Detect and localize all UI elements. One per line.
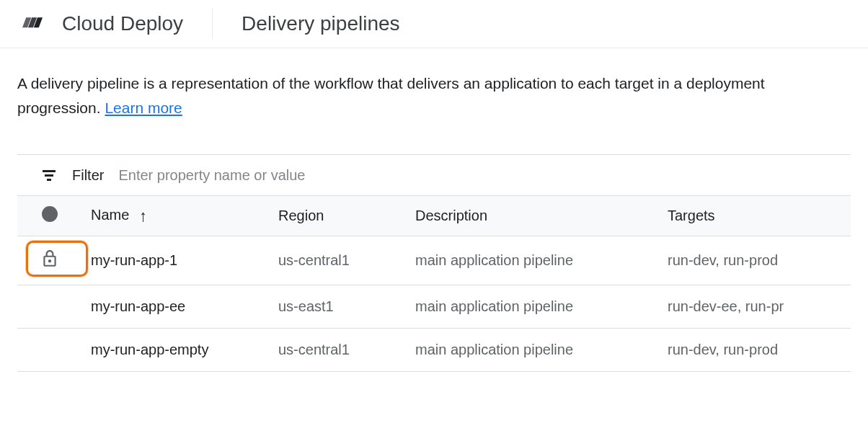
targets-cell: run-dev-ee, run-pr (659, 285, 851, 329)
targets-cell: run-dev, run-prod (659, 236, 851, 285)
table-row[interactable]: my-run-app-1 us-central1 main applicatio… (17, 236, 851, 285)
filter-bar: Filter (17, 155, 851, 195)
svg-rect-4 (45, 174, 53, 177)
targets-cell: run-dev, run-prod (659, 329, 851, 372)
pipelines-table: Name ↑ Region Description Targets (17, 195, 851, 372)
filter-icon[interactable] (40, 166, 58, 184)
region-cell: us-central1 (270, 329, 407, 372)
region-cell: us-east1 (270, 285, 407, 329)
app-header: Cloud Deploy Delivery pipelines (0, 0, 868, 48)
filter-label: Filter (72, 167, 104, 184)
svg-rect-5 (47, 179, 51, 181)
filter-input[interactable] (118, 167, 845, 184)
name-column-header[interactable]: Name ↑ (82, 196, 270, 236)
page-title: Delivery pipelines (242, 12, 399, 35)
table-row[interactable]: my-run-app-ee us-east1 main application … (17, 285, 851, 329)
status-dot-icon (42, 206, 58, 222)
lock-icon (40, 249, 59, 268)
learn-more-link[interactable]: Learn more (105, 99, 182, 116)
targets-column-header[interactable]: Targets (659, 196, 851, 236)
cloud-deploy-logo-icon (17, 9, 48, 39)
description-column-header[interactable]: Description (407, 196, 659, 236)
region-cell: us-central1 (270, 236, 407, 285)
svg-rect-3 (43, 170, 56, 172)
status-cell (17, 329, 82, 372)
page-title-section: Delivery pipelines (213, 12, 399, 35)
description-cell: main application pipeline (407, 236, 659, 285)
table-header-row: Name ↑ Region Description Targets (17, 196, 851, 236)
logo-section: Cloud Deploy (17, 9, 213, 39)
description-cell: main application pipeline (407, 285, 659, 329)
status-cell (17, 236, 82, 285)
description-text: A delivery pipeline is a representation … (17, 71, 851, 120)
sort-ascending-icon: ↑ (139, 207, 147, 225)
name-header-label: Name (91, 207, 129, 223)
status-column-header[interactable] (17, 196, 82, 236)
name-cell[interactable]: my-run-app-empty (82, 329, 270, 372)
description-cell: main application pipeline (407, 329, 659, 372)
service-name: Cloud Deploy (62, 12, 183, 35)
pipelines-table-wrap: Filter Name ↑ Region Descrip (17, 154, 851, 372)
status-cell (17, 285, 82, 329)
table-row[interactable]: my-run-app-empty us-central1 main applic… (17, 329, 851, 372)
name-cell[interactable]: my-run-app-ee (82, 285, 270, 329)
content-area: A delivery pipeline is a representation … (0, 48, 868, 395)
name-cell[interactable]: my-run-app-1 (82, 236, 270, 285)
region-column-header[interactable]: Region (270, 196, 407, 236)
